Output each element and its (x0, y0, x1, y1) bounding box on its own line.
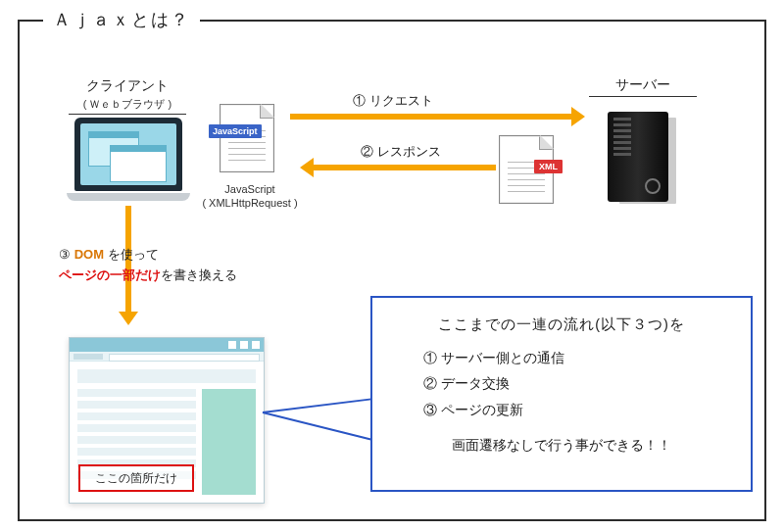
request-arrow-icon (290, 114, 581, 120)
js-caption-line1: JavaScript (224, 183, 274, 195)
client-label: クライアント ( Ｗｅｂブラウザ ) (69, 76, 186, 115)
diagram-title: Ａｊａｘとは？ (43, 8, 200, 31)
dom-line1-pre: ③ (59, 247, 74, 262)
javascript-badge: JavaScript (209, 124, 262, 138)
diagram-stage: Ａｊａｘとは？ クライアント ( Ｗｅｂブラウザ ) サーバー JavaScri… (0, 0, 784, 532)
dom-line2-post: を書き換える (161, 267, 237, 282)
dom-word: DOM (74, 247, 104, 262)
xml-file-icon: XML (498, 135, 555, 204)
highlight-label: ここの箇所だけ (78, 464, 194, 492)
callout-title: ここまでの一連の流れ(以下３つ)を (390, 312, 733, 339)
request-label: ① リクエスト (353, 92, 433, 110)
callout-item-1: ① サーバー側との通信 (423, 345, 733, 371)
response-label: ② レスポンス (361, 143, 441, 161)
javascript-caption: JavaScript ( XMLHttpRequest ) (191, 182, 309, 211)
js-caption-line2: ( XMLHttpRequest ) (202, 197, 297, 209)
client-label-text: クライアント (86, 77, 169, 93)
server-icon (608, 112, 678, 206)
summary-callout: ここまでの一連の流れ(以下３つ)を ① サーバー側との通信 ② データ交換 ③ … (370, 296, 753, 492)
laptop-icon (67, 118, 190, 201)
dom-line1-post: を使って (104, 247, 159, 262)
dom-explanation: ③ DOM を使って ページの一部だけを書き換える (59, 245, 265, 286)
callout-item-2: ② データ交換 (423, 370, 733, 397)
server-label: サーバー (589, 76, 697, 97)
updated-region (202, 389, 256, 495)
javascript-file-icon: JavaScript (214, 104, 280, 172)
dom-line2-red: ページの一部だけ (59, 267, 161, 282)
response-arrow-icon (304, 165, 496, 170)
callout-item-3: ③ ページの更新 (423, 397, 733, 423)
callout-footer: 画面遷移なしで行う事ができる！！ (390, 432, 733, 459)
xml-badge: XML (534, 160, 563, 173)
callout-list: ① サーバー側との通信 ② データ交換 ③ ページの更新 (423, 345, 733, 423)
client-sub-text: ( Ｗｅｂブラウザ ) (83, 98, 172, 110)
